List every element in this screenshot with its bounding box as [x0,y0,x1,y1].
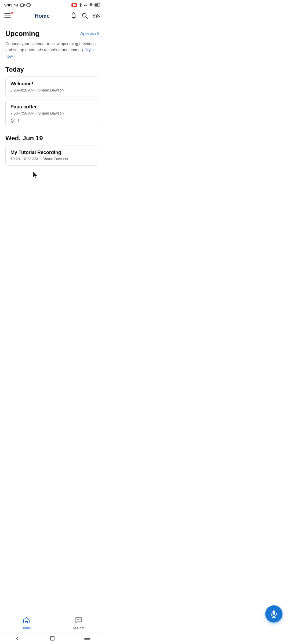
upcoming-desc-text: Connect your calendar to view upcoming m… [5,41,96,52]
separator-dot-2: • [35,111,37,115]
meeting-card-welcome[interactable]: Welcome! 8:28–8:28 AM • Shane Dawson [5,76,99,97]
status-bar: 9:03 AM [0,0,105,9]
upload-button[interactable] [93,13,100,19]
meeting-time-papa: 7:50–7:50 AM [10,111,34,115]
svg-line-11 [86,17,88,19]
main-content: Upcoming Agenda Connect your calendar to… [0,24,105,222]
status-icons [20,3,31,7]
status-right [71,3,100,7]
svg-point-6 [91,6,91,7]
meeting-time-welcome: 8:28–8:28 AM [10,88,34,92]
svg-rect-4 [73,4,75,6]
svg-rect-1 [27,3,30,7]
page-title: Home [35,13,50,19]
nav-icons [70,12,100,19]
meeting-card-tutorial[interactable]: My Tutorial Recording 10:23–10:23 AM • S… [5,145,99,166]
menu-line-2 [4,16,11,16]
bell-icon [70,12,77,19]
agenda-link[interactable]: Agenda [80,31,99,36]
upcoming-header: Upcoming Agenda [5,30,99,38]
today-title: Today [5,66,99,73]
meeting-meta-tutorial: 10:23–10:23 AM • Shane Dawson [10,157,94,161]
upload-icon [93,13,100,19]
cursor-area [5,168,99,184]
bluetooth-icon [79,3,82,7]
svg-rect-8 [95,4,98,6]
cursor-arrow-icon [32,171,40,180]
meeting-card-papa-coffee[interactable]: Papa coffee 7:50–7:50 AM • Shane Dawson … [5,100,99,128]
menu-notification-dot [11,12,13,14]
vibrate-icon [26,3,31,7]
menu-line-1 [4,13,11,14]
meeting-host-papa: Shane Dawson [38,111,64,115]
battery-icon [95,3,100,7]
meeting-footer-papa: 1 [10,118,94,123]
notifications-button[interactable] [70,12,77,19]
menu-button[interactable] [4,11,14,21]
meeting-title-papa: Papa coffee [10,104,94,110]
separator-dot-3: • [39,157,41,161]
meeting-title-tutorial: My Tutorial Recording [10,150,94,155]
separator-dot-1: • [35,88,37,92]
navbar: Home [0,9,105,24]
meeting-time-tutorial: 10:23–10:23 AM [10,157,38,161]
time-value: 9:03 [4,3,12,7]
meeting-host-welcome: Shane Dawson [38,88,64,92]
meeting-host-tutorial: Shane Dawson [42,157,68,161]
meeting-meta-welcome: 8:28–8:28 AM • Shane Dawson [10,88,94,92]
camera-icon [20,3,25,7]
time-ampm: AM [13,4,18,7]
status-time: 9:03 AM [4,3,18,7]
search-button[interactable] [82,13,88,19]
meeting-meta-papa: 7:50–7:50 AM • Shane Dawson [10,111,94,115]
rec-camera-icon [73,4,76,6]
upcoming-title: Upcoming [5,30,39,38]
upcoming-description: Connect your calendar to view upcoming m… [5,41,99,59]
agenda-label: Agenda [80,31,96,36]
recording-badge [71,3,77,7]
wed-jun-19-section: Wed, Jun 19 My Tutorial Recording 10:23–… [5,134,99,166]
wifi-icon [89,3,93,7]
wed-jun-19-title: Wed, Jun 19 [5,134,99,142]
search-icon [82,13,88,19]
svg-rect-0 [20,4,24,6]
clip-count: 1 [17,118,20,123]
chevron-right-icon [97,32,99,36]
signal-icon [84,3,88,7]
status-left: 9:03 AM [4,3,31,7]
clip-icon [10,118,16,123]
menu-line-3 [4,17,11,18]
meeting-title-welcome: Welcome! [10,81,94,87]
